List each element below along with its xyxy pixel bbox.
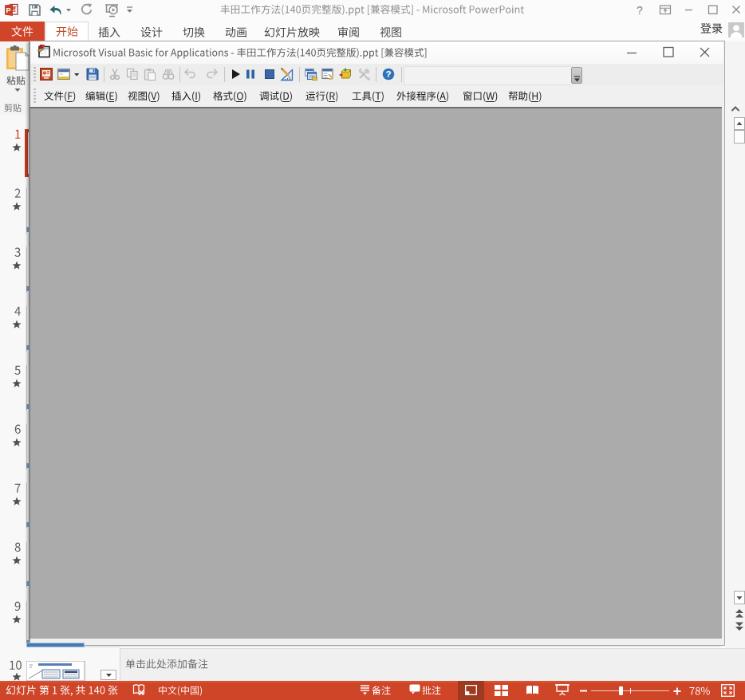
svg-text:P: P [6,6,11,14]
svg-text:?: ? [385,69,391,79]
svg-text:?: ? [637,4,643,17]
